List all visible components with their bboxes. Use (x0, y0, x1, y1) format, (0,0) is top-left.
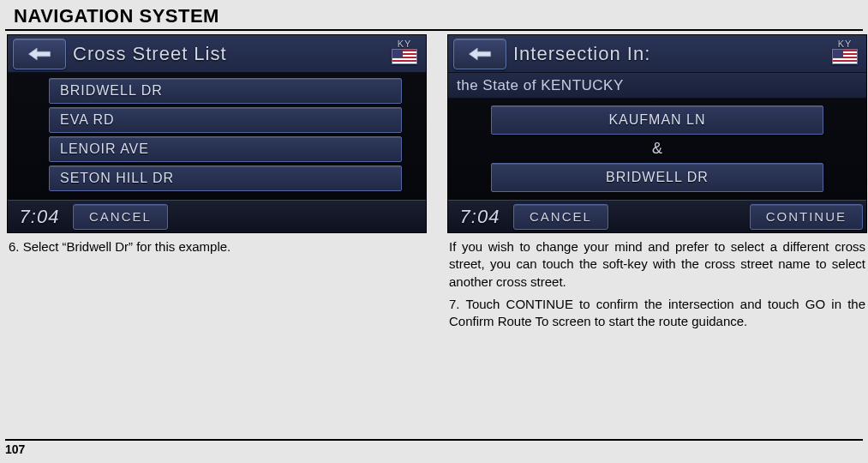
continue-button[interactable]: CONTINUE (750, 204, 863, 230)
nav-screen-cross-street: Cross Street List KY BRIDWELL DR EVA RD … (7, 34, 427, 233)
page-number: 107 (5, 442, 25, 456)
subheader: the State of KENTUCKY (448, 73, 866, 99)
caption-text: If you wish to change your mind and pref… (449, 238, 865, 291)
street-1-button[interactable]: KAUFMAN LN (491, 105, 823, 135)
street-2-button[interactable]: BRIDWELL DR (491, 163, 823, 192)
screen-header: Intersection In: KY (448, 35, 866, 73)
arrow-left-icon (27, 46, 51, 62)
caption-left: 6. Select “Bridwell Dr” for this example… (7, 233, 427, 256)
screen-footer: 7:04 CANCEL (8, 200, 426, 232)
arrow-left-icon (468, 46, 492, 62)
page-title: NAVIGATION SYSTEM (5, 0, 863, 31)
state-abbr: KY (392, 39, 417, 49)
cancel-button[interactable]: CANCEL (513, 204, 608, 230)
header-title: Cross Street List (73, 43, 227, 65)
us-flag-icon (392, 49, 417, 64)
screen-footer: 7:04 CANCEL CONTINUE (448, 200, 866, 232)
caption-text: 6. Select “Bridwell Dr” for this example… (9, 238, 425, 256)
street-list: BRIDWELL DR EVA RD LENOIR AVE SETON HILL… (8, 73, 426, 200)
nav-screen-intersection: Intersection In: KY the State of KENTUCK… (447, 34, 867, 233)
list-item[interactable]: BRIDWELL DR (49, 78, 402, 104)
cancel-button[interactable]: CANCEL (73, 204, 168, 230)
back-button[interactable] (13, 39, 66, 69)
intersection-body: KAUFMAN LN & BRIDWELL DR (448, 99, 866, 200)
caption-right: If you wish to change your mind and pref… (447, 233, 867, 330)
page-footer: 107 (5, 439, 863, 456)
list-item[interactable]: EVA RD (49, 107, 402, 133)
clock: 7:04 (452, 206, 508, 228)
screen-header: Cross Street List KY (8, 35, 426, 73)
left-column: Cross Street List KY BRIDWELL DR EVA RD … (7, 34, 427, 335)
back-button[interactable] (453, 39, 506, 69)
state-abbr: KY (832, 39, 858, 49)
list-item[interactable]: SETON HILL DR (49, 165, 402, 191)
caption-text: 7. Touch CONTINUE to confirm the interse… (449, 296, 865, 331)
header-title: Intersection In: (513, 43, 650, 65)
region-indicator: KY (392, 39, 417, 64)
right-column: Intersection In: KY the State of KENTUCK… (447, 34, 867, 335)
list-item[interactable]: LENOIR AVE (49, 136, 402, 162)
region-indicator: KY (832, 39, 858, 64)
ampersand: & (491, 140, 823, 158)
clock: 7:04 (11, 206, 68, 228)
us-flag-icon (832, 49, 858, 64)
content-columns: Cross Street List KY BRIDWELL DR EVA RD … (0, 31, 868, 335)
